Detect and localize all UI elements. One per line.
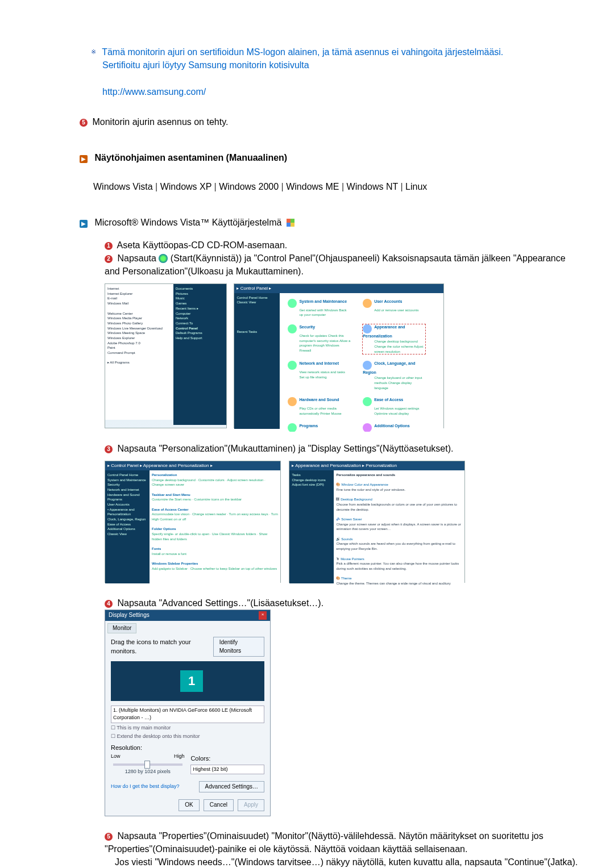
section-title: Näytönohjaimen asentaminen (Manuaalinen) (94, 153, 287, 162)
link-windows-xp[interactable]: Windows XP (160, 182, 211, 191)
bullet-3-icon: 3 (105, 445, 113, 453)
bullet-5-icon: 5 (80, 119, 88, 127)
resolution-value: 1280 by 1024 pixels (111, 768, 185, 775)
link-windows-vista[interactable]: Windows Vista (93, 182, 153, 191)
note-line1: Tämä monitorin ajuri on sertifioidun MS-… (102, 47, 503, 57)
close-icon[interactable]: × (259, 611, 267, 620)
resolution-slider[interactable] (113, 763, 182, 766)
screenshot-personalization-window: ▸ Appearance and Personalization ▸ Perso… (289, 461, 465, 583)
screenshot-start-menu: InternetInternet ExplorerE-mailWindows M… (105, 283, 227, 428)
res-low: Low (111, 753, 121, 760)
sep: | (342, 182, 347, 191)
display-settings-dialog: Display Settings × Monitor Drag the icon… (105, 610, 271, 816)
link-windows-me[interactable]: Windows ME (286, 182, 339, 191)
drag-hint: Drag the icons to match your monitors. (111, 638, 211, 656)
vista-heading: Microsoft® Windows Vista™ Käyttöjärjeste… (94, 218, 281, 227)
sep: | (400, 182, 405, 191)
resolution-label: Resolution: (111, 744, 185, 753)
start-orb-icon (159, 254, 168, 263)
samsung-url-link[interactable]: http://www.samsung.com/ (102, 87, 206, 97)
step2-text-a: Napsauta (117, 253, 159, 263)
cancel-button[interactable]: Cancel (204, 799, 234, 811)
colors-combo[interactable]: Highest (32 bit) (190, 765, 264, 774)
step5: 5 Napsauta "Properties"(Ominaisuudet) "M… (105, 829, 580, 868)
link-windows-2000[interactable]: Windows 2000 (219, 182, 279, 191)
step5-done: 5 Monitorin ajurin asennus on tehty. (80, 115, 580, 128)
step4: 4 Napsauta "Advanced Settings…"(Lisäaset… (105, 596, 580, 610)
step2: 2 Napsauta (Start(Käynnistä)) ja "Contro… (105, 252, 580, 278)
step1-text: Aseta Käyttöopas-CD CD-ROM-asemaan. (117, 240, 288, 250)
monitor-select-combo[interactable]: 1. (Multiple Monitors) on NVIDIA GeForce… (111, 706, 264, 723)
identify-monitors-button[interactable]: Identify Monitors (213, 637, 264, 657)
link-windows-nt[interactable]: Windows NT (347, 182, 398, 191)
ok-button[interactable]: OK (179, 799, 199, 811)
section-manual-install: ▶ Näytönohjaimen asentaminen (Manuaaline… (80, 151, 580, 164)
res-high: High (174, 753, 185, 760)
step1: 1 Aseta Käyttöopas-CD CD-ROM-asemaan. (105, 239, 580, 252)
step2-text-b: (Start(Käynnistä)) ja "Control Panel"(Oh… (105, 253, 566, 276)
main-monitor-checkbox[interactable]: ☐ This is my main monitor (111, 724, 264, 732)
step5-text-main: Napsauta "Properties"(Ominaisuudet) "Mon… (105, 831, 544, 854)
step3-text: Napsauta "Personalization"(Mukauttaminen… (117, 444, 453, 453)
windows-flag-icon (287, 219, 294, 227)
step3: 3 Napsauta "Personalization"(Mukauttamin… (105, 442, 580, 455)
sep: | (155, 182, 160, 191)
monitor-tab[interactable]: Monitor (107, 623, 136, 634)
vista-os-heading-row: ▶ Microsoft® Windows Vista™ Käyttöjärjes… (80, 216, 580, 229)
os-links-row: Windows Vista | Windows XP | Windows 200… (93, 180, 580, 193)
play-icon: ▶ (80, 220, 88, 228)
link-linux[interactable]: Linux (405, 182, 427, 191)
monitor-1-icon[interactable]: 1 (180, 670, 203, 692)
colors-label: Colors: (190, 754, 264, 763)
bullet-4-icon: 4 (105, 600, 113, 608)
bullet-2-icon: 2 (105, 255, 113, 263)
step5-text-extra: Jos viesti "Windows needs…"(Windows tarv… (115, 856, 578, 868)
advanced-settings-button[interactable]: Advanced Settings… (199, 781, 264, 793)
note-bullet-icon: ※ (91, 48, 96, 55)
screenshot-control-panel: ▸ Control Panel ▸ Control Panel HomeClas… (234, 283, 444, 428)
best-display-help-link[interactable]: How do I get the best display? (111, 783, 180, 790)
step4-text: Napsauta "Advanced Settings…"(Lisäasetuk… (117, 598, 323, 608)
extend-desktop-checkbox[interactable]: ☐ Extend the desktop onto this monitor (111, 733, 264, 740)
screenshot-appearance-personalization: ▸ Control Panel ▸ Appearance and Persona… (105, 461, 281, 583)
note-line2: Sertifioitu ajuri löytyy Samsung monitor… (102, 60, 309, 70)
apply-button[interactable]: Apply (238, 799, 264, 811)
screenshot-row-start-and-controlpanel: InternetInternet ExplorerE-mailWindows M… (105, 283, 580, 428)
certified-driver-note: ※ Tämä monitorin ajuri on sertifioidun M… (91, 45, 580, 98)
section-arrow-icon: ▶ (80, 155, 88, 163)
bullet-5b-icon: 5 (105, 833, 113, 841)
monitor-preview: 1 (111, 661, 264, 701)
sep: | (214, 182, 219, 191)
screenshot-row-personalization: ▸ Control Panel ▸ Appearance and Persona… (105, 461, 580, 583)
step5-text: Monitorin ajurin asennus on tehty. (92, 117, 228, 127)
dialog-title: Display Settings (109, 611, 150, 620)
bullet-1-icon: 1 (105, 242, 113, 250)
sep: | (281, 182, 287, 191)
